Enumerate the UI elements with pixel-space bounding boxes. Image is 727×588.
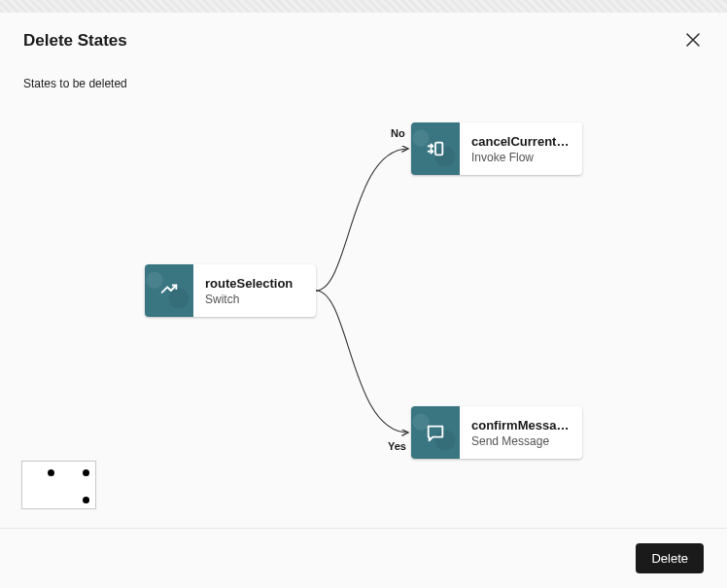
node-confirm-message[interactable]: confirmMessage Send Message [411,406,582,459]
node-title: confirmMessage [471,418,571,432]
minimap-node-dot [48,469,54,476]
minimap-node-dot [83,469,89,476]
send-message-icon [411,406,460,459]
switch-icon [145,264,193,317]
node-subtitle: Switch [205,293,304,306]
node-subtitle: Invoke Flow [471,151,571,164]
node-route-selection[interactable]: routeSelection Switch [145,264,316,317]
edge-label-no: No [391,127,405,139]
minimap-node-dot [83,497,89,503]
flow-canvas: No Yes routeSelection Switch cancelCurre… [0,0,727,588]
flow-edges [0,0,727,588]
minimap[interactable] [21,461,96,509]
node-cancel-current[interactable]: cancelCurrent… Invoke Flow [411,122,582,175]
dialog-footer: Delete [0,528,727,588]
svg-rect-0 [435,143,442,156]
node-subtitle: Send Message [471,434,571,448]
invoke-flow-icon [411,122,460,175]
edge-label-yes: Yes [388,440,406,452]
node-title: routeSelection [205,276,304,291]
delete-button[interactable]: Delete [636,543,704,573]
node-title: cancelCurrent… [471,134,571,149]
